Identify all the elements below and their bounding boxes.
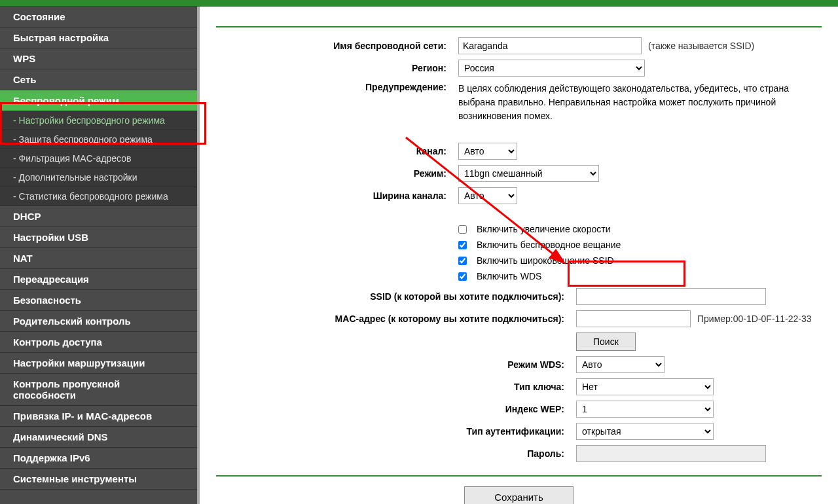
sidebar-subitem[interactable]: - Статистика беспроводного режима xyxy=(0,187,197,206)
sidebar-subitem[interactable]: - Защита беспроводного режима xyxy=(0,130,197,149)
mode-select[interactable]: 11bgn смешанный xyxy=(458,165,599,182)
channel-label: Канал: xyxy=(216,146,458,156)
key-type-label: Тип ключа: xyxy=(216,382,576,392)
target-ssid-label: SSID (к которой вы хотите подключиться): xyxy=(216,291,576,302)
mac-example: Пример:00-1D-0F-11-22-33 xyxy=(697,314,812,324)
sidebar-item[interactable]: Поддержка IPv6 xyxy=(0,448,197,469)
sidebar-item[interactable]: Быстрая настройка xyxy=(0,27,197,48)
sidebar-item[interactable]: Системные инструменты xyxy=(0,469,197,490)
search-button[interactable]: Поиск xyxy=(576,333,636,351)
width-label: Ширина канала: xyxy=(216,190,458,201)
auth-type-select[interactable]: открытая xyxy=(576,423,714,440)
auth-type-label: Тип аутентификации: xyxy=(216,426,576,437)
sidebar-item[interactable]: DHCP xyxy=(0,206,197,227)
channel-select[interactable]: Авто xyxy=(458,143,517,160)
speed-boost-label: Включить увеличение скорости xyxy=(477,224,610,234)
sidebar-item[interactable]: Родительский контроль xyxy=(0,311,197,332)
sidebar-item[interactable]: Беспроводной режим xyxy=(0,90,197,111)
wds-mode-label: Режим WDS: xyxy=(216,359,576,370)
sidebar-nav: СостояниеБыстрая настройкаWPSСетьБеспров… xyxy=(0,7,200,504)
width-select[interactable]: Авто xyxy=(458,187,517,204)
ssid-broadcast-label: Включить широковещание SSID xyxy=(477,255,614,266)
password-input[interactable] xyxy=(576,445,766,462)
sidebar-item[interactable]: WPS xyxy=(0,48,197,69)
wep-index-label: Индекс WEP: xyxy=(216,404,576,414)
region-select[interactable]: Россия xyxy=(458,60,645,77)
warning-label: Предупреждение: xyxy=(216,82,458,92)
password-label: Пароль: xyxy=(216,448,576,459)
wds-checkbox[interactable] xyxy=(458,272,467,281)
target-mac-label: MAC-адрес (к которому вы хотите подключи… xyxy=(216,314,576,324)
target-ssid-input[interactable] xyxy=(576,288,766,305)
main-container: СостояниеБыстрая настройкаWPSСетьБеспров… xyxy=(0,7,838,504)
sidebar-item[interactable]: NAT xyxy=(0,248,197,269)
wds-mode-select[interactable]: Авто xyxy=(576,356,665,373)
save-button[interactable]: Сохранить xyxy=(464,486,574,504)
sidebar-subitem[interactable]: - Фильтрация MAC-адресов xyxy=(0,149,197,168)
mode-label: Режим: xyxy=(216,168,458,179)
sidebar-item[interactable]: Настройки маршрутизации xyxy=(0,353,197,374)
sidebar-item[interactable]: Сеть xyxy=(0,69,197,90)
speed-boost-checkbox[interactable] xyxy=(458,225,467,234)
sidebar-item[interactable]: Безопасность xyxy=(0,290,197,311)
content-panel: Имя беспроводной сети: (также называется… xyxy=(200,7,838,504)
sidebar-item[interactable]: Динамический DNS xyxy=(0,427,197,448)
sidebar-item[interactable]: Контроль доступа xyxy=(0,332,197,353)
sidebar-item[interactable]: Привязка IP- и MAC-адресов xyxy=(0,406,197,427)
ssid-label: Имя беспроводной сети: xyxy=(216,41,458,51)
key-type-select[interactable]: Нет xyxy=(576,378,714,395)
ssid-note: (также называется SSID) xyxy=(648,41,754,51)
wireless-broadcast-checkbox[interactable] xyxy=(458,241,467,249)
sidebar-subitem[interactable]: - Дополнительные настройки xyxy=(0,168,197,187)
region-label: Регион: xyxy=(216,63,458,73)
sidebar-item[interactable]: Переадресация xyxy=(0,269,197,290)
sidebar-item[interactable]: Контроль пропускной способности xyxy=(0,374,197,406)
warning-text: В целях соблюдения действующего законода… xyxy=(458,82,822,123)
ssid-input[interactable] xyxy=(458,37,642,54)
sidebar-item[interactable]: Состояние xyxy=(0,7,197,27)
sidebar-item[interactable]: Настройки USB xyxy=(0,227,197,248)
ssid-broadcast-checkbox[interactable] xyxy=(458,257,467,265)
wireless-broadcast-label: Включить беспроводное вещание xyxy=(477,240,621,250)
sidebar-subitem[interactable]: - Настройки беспроводного режима xyxy=(0,111,197,130)
wds-label: Включить WDS xyxy=(477,271,541,281)
target-mac-input[interactable] xyxy=(576,310,691,327)
wep-index-select[interactable]: 1 xyxy=(576,401,714,418)
top-header-bar xyxy=(0,0,838,7)
